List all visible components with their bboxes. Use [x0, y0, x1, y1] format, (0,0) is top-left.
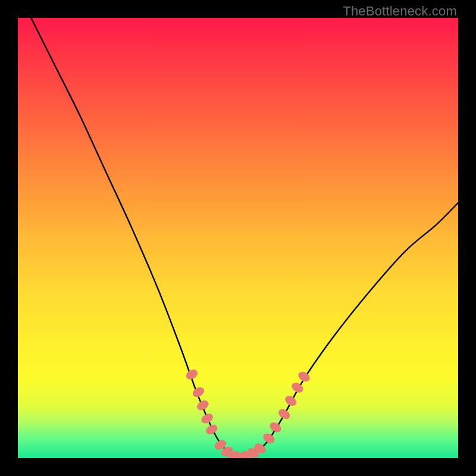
data-marker: [204, 422, 219, 436]
marker-group: [184, 368, 312, 458]
chart-svg: [18, 18, 458, 458]
data-marker: [268, 421, 283, 434]
data-marker: [277, 407, 292, 421]
data-marker: [200, 412, 215, 425]
plot-gradient-area: [18, 18, 458, 458]
watermark-text: TheBottleneck.com: [343, 4, 457, 19]
data-marker: [283, 394, 298, 408]
data-marker: [261, 431, 276, 445]
data-marker: [195, 399, 210, 412]
bottleneck-curve: [31, 18, 458, 458]
data-marker: [290, 381, 305, 394]
